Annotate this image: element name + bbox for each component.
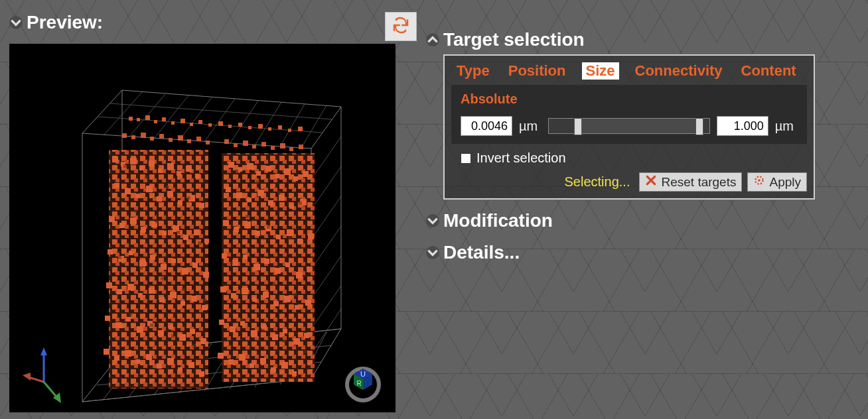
svg-rect-152 bbox=[106, 282, 112, 288]
tab-size[interactable]: Size bbox=[582, 62, 619, 80]
svg-rect-57 bbox=[122, 133, 127, 138]
svg-rect-88 bbox=[228, 162, 234, 168]
svg-rect-115 bbox=[119, 223, 125, 228]
size-max-input[interactable] bbox=[717, 116, 768, 136]
target-icon bbox=[753, 174, 765, 190]
svg-rect-42 bbox=[162, 117, 166, 121]
svg-rect-192 bbox=[125, 350, 131, 357]
svg-rect-193 bbox=[135, 359, 140, 364]
slider-fill bbox=[578, 119, 700, 133]
refresh-button[interactable] bbox=[385, 12, 417, 41]
svg-rect-187 bbox=[283, 329, 287, 333]
svg-rect-182 bbox=[230, 326, 236, 332]
tab-type[interactable]: Type bbox=[454, 62, 492, 80]
svg-rect-107 bbox=[236, 192, 242, 198]
svg-rect-67 bbox=[224, 139, 229, 144]
tab-position[interactable]: Position bbox=[506, 62, 569, 80]
svg-rect-105 bbox=[199, 203, 204, 208]
svg-rect-154 bbox=[127, 284, 134, 290]
svg-rect-184 bbox=[251, 330, 257, 337]
svg-rect-171 bbox=[105, 316, 110, 321]
svg-rect-220 bbox=[203, 298, 206, 302]
size-range-slider[interactable] bbox=[548, 118, 710, 134]
svg-rect-68 bbox=[234, 143, 238, 147]
svg-line-14 bbox=[280, 104, 305, 147]
slider-handle-low[interactable] bbox=[574, 118, 582, 135]
svg-rect-162 bbox=[220, 286, 226, 292]
svg-rect-164 bbox=[242, 288, 248, 294]
svg-rect-157 bbox=[159, 297, 165, 302]
svg-rect-100 bbox=[146, 186, 153, 192]
svg-point-256 bbox=[759, 179, 761, 182]
svg-line-13 bbox=[255, 102, 281, 145]
svg-rect-194 bbox=[146, 354, 152, 360]
invert-selection-checkbox[interactable] bbox=[461, 153, 471, 164]
modification-header[interactable]: Modification bbox=[426, 210, 856, 231]
svg-rect-53 bbox=[268, 127, 271, 131]
svg-rect-142 bbox=[203, 272, 209, 278]
tab-connectivity[interactable]: Connectivity bbox=[632, 62, 725, 80]
svg-rect-231 bbox=[288, 236, 291, 239]
svg-rect-98 bbox=[125, 188, 131, 194]
svg-rect-204 bbox=[260, 358, 266, 364]
svg-line-12 bbox=[230, 101, 258, 144]
svg-rect-233 bbox=[251, 272, 254, 275]
svg-rect-215 bbox=[198, 241, 201, 245]
svg-rect-59 bbox=[141, 133, 146, 138]
size-max-unit: µm bbox=[775, 119, 794, 134]
svg-rect-60 bbox=[150, 137, 154, 141]
svg-rect-78 bbox=[112, 156, 118, 162]
svg-rect-225 bbox=[235, 170, 238, 173]
svg-rect-64 bbox=[187, 139, 191, 143]
svg-rect-93 bbox=[275, 174, 279, 178]
svg-rect-96 bbox=[303, 171, 309, 177]
svg-rect-94 bbox=[284, 168, 291, 175]
invert-selection-label: Invert selection bbox=[476, 150, 566, 166]
svg-rect-199 bbox=[199, 371, 204, 377]
svg-rect-159 bbox=[181, 301, 185, 306]
selection-status: Selecting... bbox=[565, 174, 630, 190]
size-min-input[interactable] bbox=[461, 116, 512, 136]
svg-rect-52 bbox=[258, 124, 263, 129]
svg-rect-209 bbox=[145, 175, 148, 178]
svg-rect-116 bbox=[130, 217, 137, 224]
svg-rect-186 bbox=[272, 334, 278, 340]
target-selection-panel: Type Position Size Connectivity Content … bbox=[443, 54, 815, 200]
svg-rect-201 bbox=[228, 359, 234, 365]
svg-rect-172 bbox=[115, 322, 121, 328]
orientation-gizmo[interactable]: U R bbox=[340, 357, 386, 403]
svg-rect-202 bbox=[239, 354, 246, 361]
reset-targets-button[interactable]: Reset targets bbox=[639, 172, 742, 192]
svg-rect-141 bbox=[192, 263, 198, 268]
svg-rect-217 bbox=[139, 267, 143, 270]
target-selection-header[interactable]: Target selection bbox=[426, 29, 856, 50]
svg-rect-156 bbox=[149, 288, 155, 294]
svg-rect-55 bbox=[288, 129, 291, 132]
details-header[interactable]: Details... bbox=[426, 242, 856, 263]
svg-rect-179 bbox=[190, 329, 195, 334]
svg-rect-136 bbox=[139, 260, 146, 267]
svg-rect-212 bbox=[134, 210, 137, 213]
svg-rect-83 bbox=[158, 168, 163, 173]
preview-header[interactable]: Preview: bbox=[9, 12, 103, 33]
svg-rect-62 bbox=[169, 138, 173, 142]
svg-rect-132 bbox=[308, 233, 314, 239]
svg-rect-117 bbox=[141, 227, 146, 232]
preview-viewport[interactable]: U R bbox=[9, 44, 396, 412]
target-tabs: Type Position Size Connectivity Content bbox=[445, 60, 814, 85]
size-subpanel: Absolute µm µm bbox=[451, 85, 807, 144]
svg-rect-166 bbox=[263, 292, 269, 298]
apply-button[interactable]: Apply bbox=[747, 172, 807, 192]
slider-handle-high[interactable] bbox=[695, 118, 703, 135]
svg-rect-236 bbox=[240, 318, 244, 322]
svg-rect-63 bbox=[178, 135, 183, 141]
svg-rect-139 bbox=[171, 259, 176, 263]
svg-rect-135 bbox=[129, 251, 133, 255]
svg-rect-229 bbox=[246, 215, 249, 218]
invert-selection-row[interactable]: Invert selection bbox=[461, 150, 807, 166]
svg-rect-145 bbox=[243, 255, 248, 259]
apply-label: Apply bbox=[769, 175, 801, 190]
axis-triad-icon bbox=[23, 343, 82, 403]
svg-text:U: U bbox=[360, 370, 366, 378]
tab-content[interactable]: Content bbox=[739, 62, 799, 80]
